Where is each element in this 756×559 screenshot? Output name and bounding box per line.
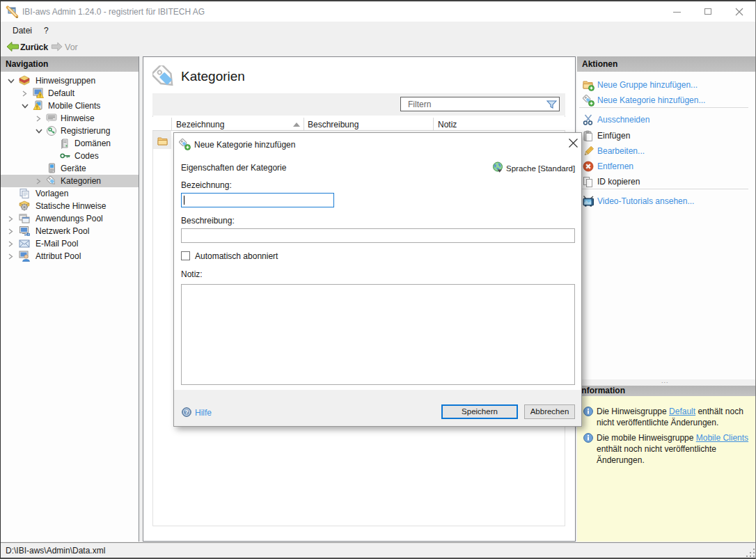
svg-text:?: ? [184, 409, 188, 416]
